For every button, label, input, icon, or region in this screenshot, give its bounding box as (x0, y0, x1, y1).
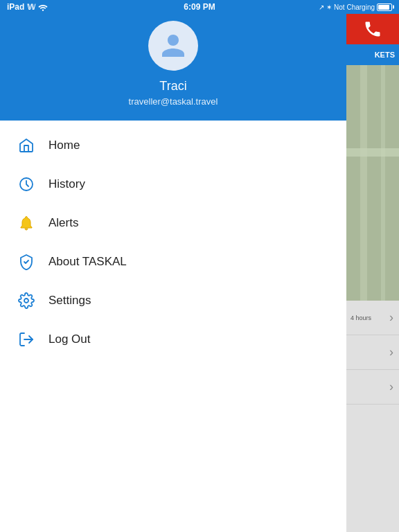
user-name: Traci (159, 79, 186, 94)
sidebar-item-about[interactable]: About TASKAL (0, 242, 346, 281)
user-icon (159, 32, 187, 60)
bell-icon (17, 213, 36, 233)
sidebar-item-history[interactable]: History (0, 165, 346, 204)
chevron-right-icon: › (389, 345, 393, 360)
time-display: 6:09 PM (184, 2, 215, 12)
history-label: History (48, 177, 85, 191)
sidebar-item-alerts[interactable]: Alerts (0, 204, 346, 242)
chevron-right-icon: › (389, 310, 393, 325)
avatar (148, 21, 198, 71)
battery-icon (377, 3, 392, 11)
location-icon: ↗ (319, 3, 324, 11)
right-panel: KETS 4 hours › › › (346, 0, 399, 532)
history-icon (17, 175, 36, 194)
list-item-3[interactable]: › (346, 370, 399, 405)
svg-rect-2 (346, 148, 399, 157)
gear-icon (17, 291, 36, 310)
status-bar: iPad 𝕎 6:09 PM ↗ ✶ Not Charging (0, 0, 399, 14)
sidebar-item-home[interactable]: Home (0, 126, 346, 165)
tickets-label: KETS (375, 51, 395, 59)
wifi-icon: 𝕎 (27, 3, 35, 12)
home-label: Home (48, 139, 80, 152)
svg-rect-3 (360, 65, 367, 301)
wifi-icon (38, 3, 48, 11)
chevron-right-icon: › (389, 380, 393, 394)
settings-label: Settings (48, 294, 91, 308)
user-email: traveller@taskal.travel (129, 96, 218, 107)
logout-label: Log Out (48, 332, 91, 346)
shield-icon (17, 252, 36, 272)
hours-text: 4 hours (351, 314, 371, 321)
bluetooth-icon: ✶ (326, 3, 332, 11)
drawer-header: Traci traveller@taskal.travel (0, 0, 346, 121)
alerts-label: Alerts (48, 216, 78, 230)
map-area (346, 65, 399, 301)
list-item-1[interactable]: 4 hours › (346, 301, 399, 335)
status-left: iPad 𝕎 (7, 2, 48, 12)
svg-point-6 (24, 299, 28, 303)
svg-point-0 (42, 10, 44, 11)
status-right: ↗ ✶ Not Charging (319, 3, 392, 11)
device-label: iPad (7, 2, 24, 12)
list-item-2[interactable]: › (346, 335, 399, 370)
about-label: About TASKAL (48, 255, 127, 269)
logout-icon (17, 330, 36, 349)
charging-label: Not Charging (334, 3, 375, 11)
list-area: 4 hours › › › (346, 301, 399, 532)
navigation-drawer: Traci traveller@taskal.travel Home Hist (0, 0, 346, 532)
svg-rect-4 (381, 65, 385, 301)
svg-rect-1 (346, 65, 399, 301)
phone-button[interactable] (346, 14, 399, 44)
sidebar-item-logout[interactable]: Log Out (0, 320, 346, 359)
home-icon (17, 136, 36, 155)
sidebar-item-settings[interactable]: Settings (0, 281, 346, 320)
menu-list: Home History Alerts (0, 121, 346, 532)
tickets-bar: KETS (346, 44, 399, 65)
